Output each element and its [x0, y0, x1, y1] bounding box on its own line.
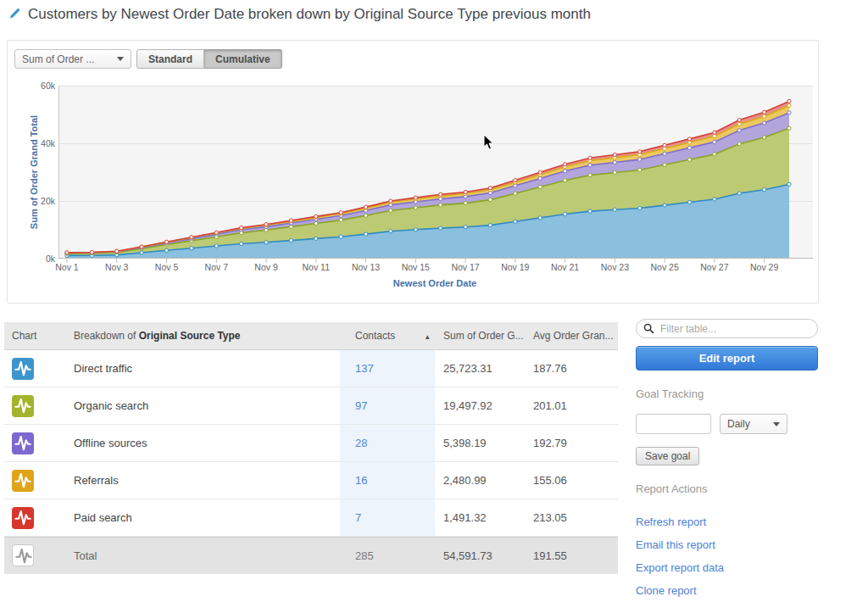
report-action-link[interactable]: Refresh report: [636, 516, 819, 528]
sparkline-icon[interactable]: [12, 507, 34, 529]
y-tick-label: 20k: [28, 196, 55, 206]
table-row: Organic search 97 19,497.92 201.01: [4, 387, 618, 425]
source-label: Paid search: [53, 511, 340, 524]
chevron-down-icon: [117, 57, 124, 61]
contacts-count-link[interactable]: 16: [355, 474, 367, 487]
x-axis-title: Newest Order Date: [393, 278, 476, 288]
y-tick-label: 60k: [28, 81, 55, 91]
source-label: Organic search: [53, 399, 340, 412]
source-label: Offline sources: [53, 437, 340, 449]
source-label: Total: [53, 549, 340, 562]
report-action-link[interactable]: Export report data: [636, 561, 819, 574]
x-tick-label: Nov 23: [596, 262, 633, 272]
sum-value: 19,497.92: [435, 399, 528, 412]
save-goal-button[interactable]: Save goal: [636, 447, 699, 465]
page-title: Customers by Newest Order Date broken do…: [28, 6, 591, 23]
sparkline-icon[interactable]: [12, 432, 34, 454]
filter-table-input[interactable]: [636, 319, 818, 338]
source-label: Referrals: [53, 474, 340, 487]
goal-period-value: Daily: [727, 418, 773, 430]
contacts-column-header[interactable]: Contacts▲: [340, 330, 435, 342]
x-tick-label: Nov 1: [48, 262, 86, 272]
breakdown-column-header[interactable]: Breakdown of Original Source Type: [53, 330, 340, 342]
total-contacts-value: 285: [355, 549, 374, 562]
sparkline-icon: [12, 544, 34, 566]
x-tick-label: Nov 5: [148, 262, 186, 272]
metric-dropdown[interactable]: Sum of Order ...: [14, 49, 131, 69]
goal-tracking-heading: Goal Tracking: [636, 387, 819, 400]
contacts-count-link[interactable]: 28: [355, 437, 367, 449]
sum-value: 54,591.73: [435, 549, 528, 562]
x-tick-label: Nov 19: [497, 262, 534, 272]
avg-value: 155.06: [528, 474, 618, 487]
table-row: Direct traffic 137 25,723.31 187.76: [4, 350, 618, 387]
report-sidebar: Edit report Goal Tracking Daily Save goa…: [636, 319, 819, 597]
x-tick-label: Nov 27: [696, 262, 733, 272]
report-title-bar: Customers by Newest Order Date broken do…: [8, 6, 591, 23]
y-tick-label: 40k: [28, 138, 55, 148]
metric-dropdown-value: Sum of Order ...: [22, 53, 117, 65]
avg-value: 201.01: [528, 399, 618, 412]
contacts-count-link[interactable]: 97: [355, 399, 367, 412]
table-row: Offline sources 28 5,398.19 192.79: [4, 425, 618, 462]
y-axis-title: Sum of Order Grand Total: [29, 115, 39, 229]
x-tick-label: Nov 21: [547, 262, 584, 272]
table-row: Referrals 16 2,480.99 155.06: [4, 462, 618, 499]
standard-toggle-button[interactable]: Standard: [136, 49, 204, 69]
goal-period-dropdown[interactable]: Daily: [720, 414, 787, 434]
sparkline-icon[interactable]: [12, 470, 34, 492]
x-tick-label: Nov 29: [746, 262, 783, 272]
x-tick-label: Nov 15: [397, 262, 434, 272]
sum-value: 5,398.19: [435, 437, 528, 449]
report-actions-list: Refresh reportEmail this reportExport re…: [636, 505, 819, 597]
contacts-count-link[interactable]: 7: [355, 511, 361, 524]
sort-ascending-icon: ▲: [424, 333, 431, 341]
sum-value: 25,723.31: [435, 362, 528, 375]
avg-value: 213.05: [528, 511, 618, 524]
chart-column-header: Chart: [4, 330, 53, 342]
table-row: Paid search 7 1,491.32 213.05: [4, 499, 618, 537]
x-tick-label: Nov 7: [198, 262, 235, 272]
chevron-down-icon: [773, 422, 780, 426]
goal-value-input[interactable]: [636, 414, 711, 434]
x-tick-label: Nov 17: [447, 262, 484, 272]
stacked-area-chart[interactable]: [58, 86, 813, 264]
table-total-row: Total 285 54,591.73 191.55: [4, 537, 618, 574]
search-icon: [643, 323, 654, 334]
avg-value: 192.79: [528, 437, 618, 449]
contacts-count-link[interactable]: 137: [355, 362, 374, 375]
avg-column-header[interactable]: Avg Order Gran...: [528, 330, 618, 342]
sparkline-icon[interactable]: [12, 358, 34, 380]
avg-value: 191.55: [528, 549, 618, 562]
report-actions-heading: Report Actions: [636, 482, 819, 495]
edit-report-button[interactable]: Edit report: [636, 346, 818, 371]
sum-value: 2,480.99: [435, 474, 528, 487]
breakdown-table: Chart Breakdown of Original Source Type …: [4, 322, 618, 574]
chart-mode-toggle: Standard Cumulative: [136, 49, 282, 69]
report-action-link[interactable]: Clone report: [636, 584, 819, 597]
sparkline-icon[interactable]: [12, 395, 34, 417]
avg-value: 187.76: [528, 362, 618, 375]
report-action-link[interactable]: Email this report: [636, 538, 819, 551]
table-header-row: Chart Breakdown of Original Source Type …: [4, 322, 618, 350]
edit-pencil-icon[interactable]: [8, 7, 21, 23]
x-tick-label: Nov 13: [348, 262, 385, 272]
source-label: Direct traffic: [53, 362, 340, 375]
sum-column-header[interactable]: Sum of Order G...: [435, 330, 528, 342]
x-tick-label: Nov 3: [98, 262, 136, 272]
x-tick-label: Nov 11: [298, 262, 335, 272]
chart-panel: Sum of Order ... Standard Cumulative Sum…: [7, 40, 819, 304]
x-tick-label: Nov 9: [248, 262, 285, 272]
x-tick-label: Nov 25: [646, 262, 683, 272]
cumulative-toggle-button[interactable]: Cumulative: [204, 49, 282, 69]
sum-value: 1,491.32: [435, 511, 528, 524]
